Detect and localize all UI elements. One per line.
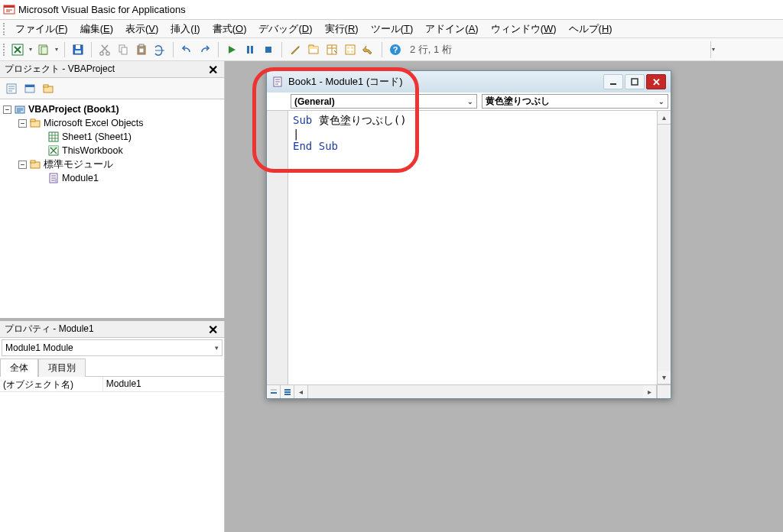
scroll-left-button[interactable]: ◂ [294,385,308,398]
break-button[interactable] [242,41,258,58]
redo-button[interactable] [197,41,213,58]
properties-close[interactable]: ✕ [204,321,221,338]
code-editor[interactable]: Sub 黄色塗りつぶし() | End Sub [288,111,657,384]
menu-file[interactable]: ファイル(F) [11,21,73,37]
code-selectors: (General) ⌄ 黄色塗りつぶし ⌄ [267,92,671,111]
resize-grip[interactable] [657,385,671,398]
copy-button[interactable] [115,41,132,58]
run-button[interactable] [223,41,240,58]
code-window[interactable]: Book1 - Module1 (コード) ✕ (General) ⌄ 黄色塗り… [266,70,671,399]
menu-window[interactable]: ウィンドウ(W) [486,21,561,37]
help-button[interactable]: ? [387,41,404,58]
tree-node-thisworkbook[interactable]: ThisWorkbook [0,144,224,157]
cut-button[interactable] [96,41,113,58]
tree-label: Module1 [62,171,99,185]
properties-object-selector[interactable]: Module1 Module ▾ [2,339,223,356]
menu-edit[interactable]: 編集(E) [76,21,118,37]
menu-addins[interactable]: アドイン(A) [421,21,482,37]
vertical-scrollbar[interactable]: ▴ ▾ [657,111,671,384]
expand-collapse-icon[interactable]: − [18,161,27,169]
scroll-down-button[interactable]: ▾ [658,371,671,384]
window-close-button[interactable]: ✕ [646,74,666,89]
chevron-down-icon: ▾ [215,344,219,352]
properties-title: プロパティ - Module1 [5,323,94,336]
toolbar-overflow[interactable]: ▾ [710,41,716,58]
folder-icon [29,158,41,170]
toolbar-grip[interactable] [3,44,6,56]
menu-format[interactable]: 書式(O) [208,21,252,37]
scroll-up-button[interactable]: ▴ [658,111,671,125]
code-body: Sub 黄色塗りつぶし() | End Sub ▴ ▾ [267,111,671,384]
view-code-button[interactable] [3,80,20,97]
horizontal-scrollbar[interactable] [308,385,643,398]
toolbar-separator [218,42,219,57]
window-minimize-button[interactable] [603,74,623,89]
svg-rect-11 [122,47,127,54]
menu-debug[interactable]: デバッグ(D) [254,21,317,37]
mdi-client-area: Book1 - Module1 (コード) ✕ (General) ⌄ 黄色塗り… [225,61,783,532]
object-selector[interactable]: (General) ⌄ [291,94,477,109]
insert-module-button[interactable] [35,41,52,58]
procedure-view-button[interactable] [267,385,281,398]
scroll-right-button[interactable]: ▸ [643,385,657,398]
tree-node-sheet1[interactable]: Sheet1 (Sheet1) [0,130,224,144]
find-button[interactable] [151,41,168,58]
app-icon [3,4,15,16]
view-object-button[interactable] [21,80,38,97]
properties-window-button[interactable] [323,41,340,58]
toolbox-button[interactable] [360,41,377,58]
object-browser-button[interactable] [342,41,359,58]
view-excel-button[interactable] [9,41,26,58]
svg-rect-39 [49,146,58,149]
undo-button[interactable] [178,41,195,58]
margin-indicator-bar[interactable] [267,111,288,384]
property-name: (オブジェクト名) [0,377,103,391]
menu-bar: ファイル(F) 編集(E) 表示(V) 挿入(I) 書式(O) デバッグ(D) … [0,20,783,38]
view-excel-dropdown[interactable]: ▾ [28,41,34,58]
design-mode-button[interactable] [287,41,304,58]
property-value[interactable]: Module1 [103,377,145,391]
expand-collapse-icon[interactable]: − [3,105,11,114]
project-explorer-panel: プロジェクト - VBAProject ✕ − VBAProject (B [0,61,225,318]
save-button[interactable] [70,41,86,58]
full-module-view-button[interactable] [281,385,294,398]
project-explorer-button[interactable] [305,41,322,58]
expand-collapse-icon[interactable]: − [18,119,27,128]
properties-object-name: Module1 Module [5,342,73,353]
menu-view[interactable]: 表示(V) [121,21,163,37]
toolbar-separator [382,42,382,57]
window-maximize-button[interactable] [625,74,645,89]
svg-rect-23 [347,47,349,49]
properties-grid[interactable]: (オブジェクト名) Module1 [0,377,224,532]
spacer-icon [37,147,45,155]
tree-node-excel-objects-folder[interactable]: − Microsoft Excel Objects [0,116,224,130]
project-explorer-close[interactable]: ✕ [204,61,221,78]
menu-run[interactable]: 実行(R) [320,21,363,37]
code-window-titlebar[interactable]: Book1 - Module1 (コード) ✕ [267,71,671,92]
project-tree[interactable]: − VBAProject (Book1) − Microsoft Excel O… [0,99,224,318]
menu-insert[interactable]: 挿入(I) [166,21,204,37]
menu-help[interactable]: ヘルプ(H) [564,21,617,37]
tree-node-modules-folder[interactable]: − 標準モジュール [0,157,224,171]
tree-node-module1[interactable]: Module1 [0,171,224,185]
tree-node-project-root[interactable]: − VBAProject (Book1) [0,102,224,116]
reset-button[interactable] [260,41,277,58]
menubar-grip[interactable] [3,23,6,35]
tree-label: 標準モジュール [44,157,113,171]
svg-rect-49 [284,389,291,391]
cursor-position-status: 2 行, 1 桁 [405,43,456,57]
project-explorer-title: プロジェクト - VBAProject [5,63,115,76]
procedure-selector[interactable]: 黄色塗りつぶし ⌄ [482,94,668,109]
toggle-folders-button[interactable] [40,80,57,97]
insert-module-dropdown[interactable]: ▾ [54,41,60,58]
properties-row[interactable]: (オブジェクト名) Module1 [0,377,224,392]
properties-tab-alphabetic[interactable]: 全体 [0,358,38,377]
paste-button[interactable] [133,41,150,58]
properties-tab-categorized[interactable]: 項目別 [38,358,86,377]
svg-rect-24 [351,47,353,49]
left-panels: プロジェクト - VBAProject ✕ − VBAProject (B [0,61,225,532]
toolbar-separator [64,42,65,57]
menu-tools[interactable]: ツール(T) [366,21,418,37]
scroll-track[interactable] [658,125,671,371]
svg-rect-37 [49,132,58,141]
